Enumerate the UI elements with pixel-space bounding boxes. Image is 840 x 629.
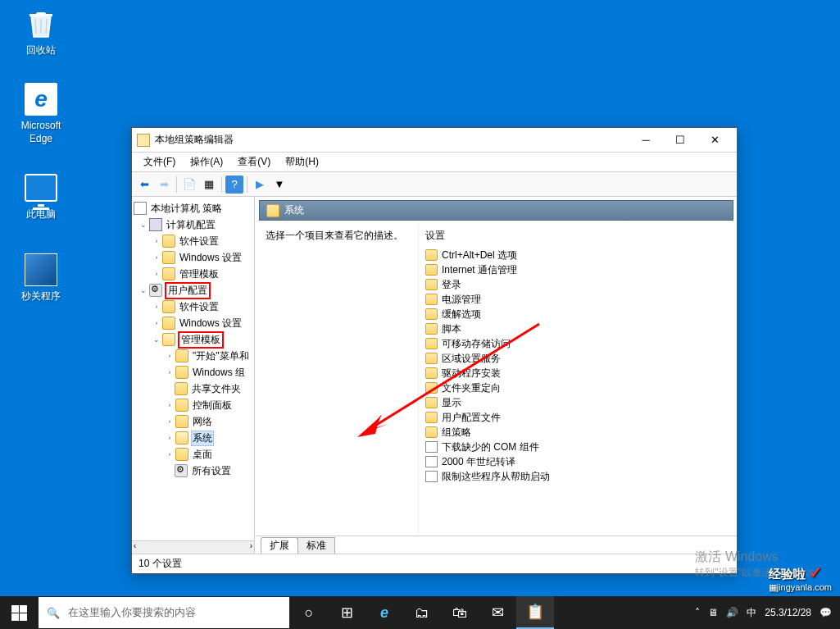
expander-icon[interactable]: ⌄ <box>138 285 148 295</box>
tray-up-icon[interactable]: ˄ <box>695 607 700 618</box>
expander-icon[interactable]: › <box>165 417 175 426</box>
expander-icon[interactable]: › <box>165 433 175 443</box>
menu-help[interactable]: 帮助(H) <box>279 153 325 171</box>
list-item[interactable]: 电源管理 <box>425 292 733 307</box>
list-item-label: 电源管理 <box>442 293 481 307</box>
volume-icon[interactable]: 🔊 <box>726 607 738 618</box>
network-icon[interactable]: 🖥 <box>708 607 718 618</box>
funnel-button[interactable]: ▼ <box>270 175 288 194</box>
desktop-this-pc[interactable]: 此电脑 <box>11 171 70 221</box>
maximize-button[interactable]: ☐ <box>663 129 697 152</box>
tree-windows-comp[interactable]: › Windows 组 <box>134 364 252 381</box>
folder-icon <box>162 235 175 248</box>
file-explorer-icon[interactable]: 🗂 <box>403 596 441 629</box>
list-item[interactable]: 显示 <box>425 395 733 410</box>
show-hide-button[interactable]: ▦ <box>200 175 218 194</box>
tab-standard[interactable]: 标准 <box>297 537 335 554</box>
list-item[interactable]: 限制这些程序从帮助启动 <box>425 469 733 484</box>
tree-all-settings[interactable]: 所有设置 <box>134 463 252 479</box>
mail-icon[interactable]: ✉ <box>479 596 516 629</box>
expander-icon[interactable]: ⌄ <box>138 220 148 230</box>
folder-icon <box>162 267 175 280</box>
list-item[interactable]: Ctrl+Alt+Del 选项 <box>425 248 733 262</box>
help-button[interactable]: ? <box>225 175 243 194</box>
tree-uc-windows[interactable]: › Windows 设置 <box>134 315 252 331</box>
list-item[interactable]: 登录 <box>425 277 733 292</box>
taskbar-edge-icon[interactable]: e <box>366 596 403 629</box>
tree-cc-software[interactable]: › 软件设置 <box>134 233 252 249</box>
list-item[interactable]: 组策略 <box>425 425 733 440</box>
minimize-button[interactable]: ─ <box>629 129 663 152</box>
expander-icon[interactable]: › <box>152 253 161 262</box>
list-item[interactable]: 2000 年世纪转译 <box>425 454 733 469</box>
filter-button[interactable]: ▶ <box>251 175 269 194</box>
store-icon[interactable]: 🛍 <box>441 596 479 629</box>
task-view-icon[interactable]: ⊞ <box>328 596 366 629</box>
gpedit-taskbar-icon[interactable]: 📋 <box>516 596 554 629</box>
titlebar[interactable]: 本地组策略编辑器 ─ ☐ ✕ <box>132 128 737 153</box>
list-item[interactable]: 脚本 <box>425 321 733 336</box>
taskbar-search[interactable]: 🔍 在这里输入你要搜索的内容 <box>39 597 289 628</box>
ime-icon[interactable]: 中 <box>747 606 756 620</box>
folder-icon <box>425 249 438 261</box>
tree-computer-config[interactable]: ⌄ 计算机配置 <box>134 217 252 233</box>
list-item-label: 显示 <box>442 396 461 410</box>
tree-root[interactable]: 本地计算机 策略 <box>134 200 252 217</box>
desktop-recycle-bin[interactable]: 回收站 <box>11 7 70 57</box>
folder-icon <box>425 279 438 290</box>
tree-control-panel[interactable]: › 控制面板 <box>134 397 252 413</box>
tree-cc-windows[interactable]: › Windows 设置 <box>134 249 252 266</box>
tree-network[interactable]: › 网络 <box>134 413 252 430</box>
clock[interactable]: 25.3/12/28 <box>765 607 811 618</box>
list-item[interactable]: 下载缺少的 COM 组件 <box>425 440 733 454</box>
menu-view[interactable]: 查看(V) <box>231 153 277 171</box>
windows-logo-icon <box>11 605 27 621</box>
list-item[interactable]: 可移动存储访问 <box>425 336 733 351</box>
folder-icon <box>425 426 438 438</box>
expander-icon[interactable]: › <box>165 367 175 377</box>
expander-icon[interactable]: › <box>165 351 175 361</box>
tree-uc-admin[interactable]: ⌄ 管理模板 <box>134 331 252 348</box>
expander-icon[interactable]: › <box>152 269 161 279</box>
list-item[interactable]: 驱动程序安装 <box>425 366 733 381</box>
desktop-edge[interactable]: e Microsoft Edge <box>11 82 70 145</box>
menu-file[interactable]: 文件(F) <box>137 153 182 171</box>
expander-icon[interactable]: ⌄ <box>152 335 161 344</box>
folder-icon <box>266 204 279 217</box>
list-item-label: 区域设置服务 <box>442 352 501 366</box>
tree-cc-admin[interactable]: › 管理模板 <box>134 266 252 282</box>
brand-name: 经验啦 <box>769 567 806 581</box>
content-pane: 系统 选择一个项目来查看它的描述。 设置 Ctrl+Alt+Del 选项Inte… <box>255 197 737 554</box>
tree-desktop[interactable]: › 桌面 <box>134 446 252 463</box>
settings-list[interactable]: 设置 Ctrl+Alt+Del 选项Internet 通信管理登录电源管理缓解选… <box>419 224 733 534</box>
up-button[interactable]: 📄 <box>180 175 198 194</box>
folder-icon <box>175 382 188 395</box>
tree-pane[interactable]: 本地计算机 策略 ⌄ 计算机配置 › 软件设置 › Windows 设置 › 管… <box>132 197 255 554</box>
tree-user-config[interactable]: ⌄ 用户配置 <box>134 282 252 299</box>
desktop-tool[interactable]: 秒关程序 <box>11 253 70 303</box>
close-button[interactable]: ✕ <box>697 129 732 152</box>
tree-system[interactable]: › 系统 <box>134 430 252 446</box>
tree-shared-folders[interactable]: 共享文件夹 <box>134 381 252 397</box>
cortana-icon[interactable]: ○ <box>290 596 328 629</box>
expander-icon[interactable]: › <box>152 318 161 328</box>
list-item[interactable]: 区域设置服务 <box>425 351 733 366</box>
expander-icon[interactable]: › <box>152 302 161 312</box>
list-item[interactable]: 用户配置文件 <box>425 410 733 425</box>
folder-open-icon <box>175 431 188 444</box>
expander-icon[interactable]: › <box>165 400 175 410</box>
folder-icon <box>425 397 438 408</box>
tree-uc-software[interactable]: › 软件设置 <box>134 299 252 315</box>
horizontal-scrollbar[interactable]: ‹› <box>132 540 254 554</box>
list-item[interactable]: 文件夹重定向 <box>425 381 733 395</box>
back-button[interactable]: ⬅ <box>135 175 153 194</box>
expander-icon[interactable]: › <box>152 236 161 246</box>
menu-action[interactable]: 操作(A) <box>184 153 229 171</box>
list-item[interactable]: 缓解选项 <box>425 307 733 321</box>
expander-icon[interactable]: › <box>165 449 175 459</box>
tree-start-menu[interactable]: › "开始"菜单和 <box>134 348 252 364</box>
tab-extended[interactable]: 扩展 <box>261 537 298 554</box>
list-item[interactable]: Internet 通信管理 <box>425 262 733 277</box>
start-button[interactable] <box>0 596 38 629</box>
notifications-icon[interactable]: 💬 <box>820 607 832 618</box>
